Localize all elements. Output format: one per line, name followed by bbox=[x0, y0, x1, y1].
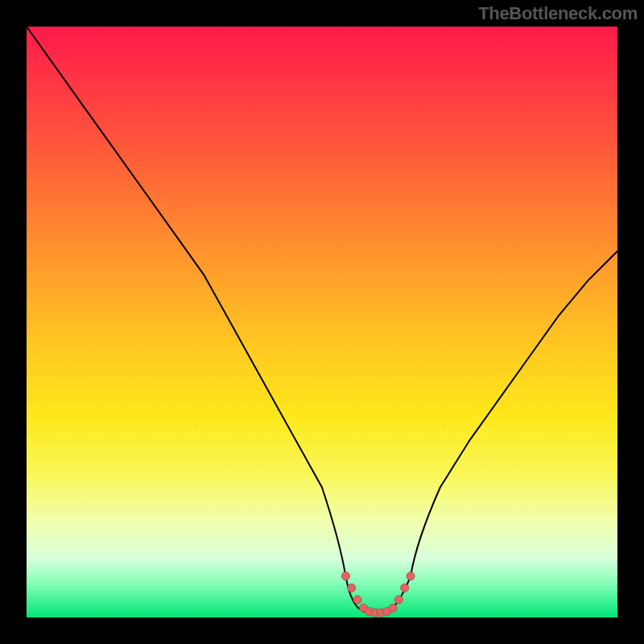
chart-svg bbox=[27, 27, 617, 617]
marker-dot bbox=[407, 572, 415, 580]
marker-dot bbox=[394, 596, 402, 604]
marker-dot bbox=[341, 572, 349, 580]
plot-area bbox=[27, 27, 617, 617]
marker-dot bbox=[348, 584, 356, 592]
chart-frame: TheBottleneck.com bbox=[0, 0, 644, 644]
marker-dot bbox=[353, 596, 361, 604]
bottleneck-curve bbox=[27, 27, 617, 613]
marker-dot bbox=[401, 584, 409, 592]
marker-dot bbox=[389, 604, 397, 612]
watermark-text: TheBottleneck.com bbox=[478, 3, 638, 24]
highlight-markers bbox=[341, 572, 415, 617]
